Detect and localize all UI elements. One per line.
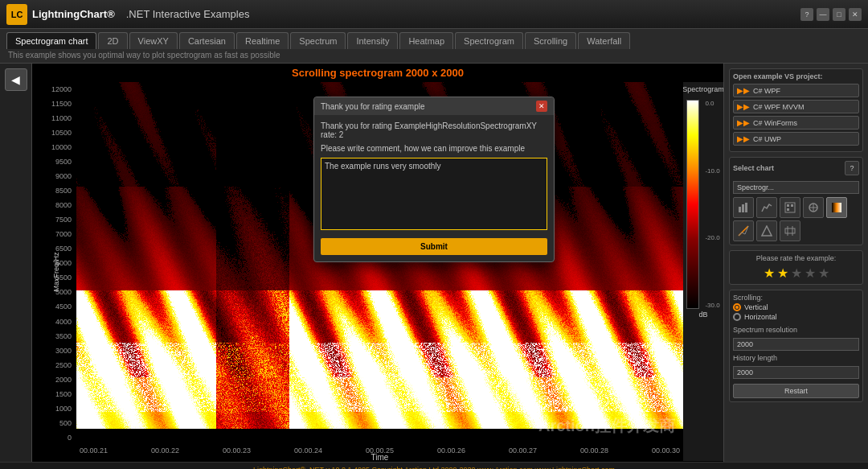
- svg-rect-1: [742, 204, 744, 212]
- y-tick: 10000: [51, 143, 75, 151]
- play-icon-mvvm: ▶▶: [737, 102, 750, 111]
- chart-icon-2[interactable]: [756, 197, 777, 218]
- btn-label-uwp: C# UWP: [753, 135, 781, 143]
- star-3[interactable]: ★: [791, 265, 802, 281]
- y-tick: 9000: [55, 172, 75, 180]
- back-button[interactable]: ◀: [5, 68, 27, 91]
- chart-icon-6[interactable]: [733, 220, 754, 241]
- play-icon-winforms: ▶▶: [737, 118, 750, 127]
- spectrum-res-input[interactable]: [733, 338, 859, 351]
- x-tick: 00.00.28: [580, 446, 608, 455]
- dialog-titlebar: Thank you for rating example ✕: [314, 97, 554, 115]
- panel-rating-label: Please rate the example:: [733, 254, 859, 262]
- open-example-title: Open example VS project:: [733, 72, 859, 80]
- tab-spectrogram[interactable]: Spectrogram: [455, 32, 523, 49]
- y-tick: 9500: [55, 158, 75, 166]
- help-button[interactable]: ?: [800, 8, 813, 21]
- radio-horizontal[interactable]: Horizontal: [733, 313, 859, 321]
- logo: LC LightningChart®: [6, 4, 115, 25]
- chart-help-button[interactable]: ?: [845, 161, 859, 175]
- tab-viewxy[interactable]: ViewXY: [129, 32, 178, 49]
- btn-csharp-winforms[interactable]: ▶▶ C# WinForms: [733, 116, 859, 130]
- minimize-button[interactable]: —: [817, 8, 829, 21]
- dialog-comment-textarea[interactable]: [321, 158, 547, 230]
- select-chart-title: Select chart: [733, 164, 774, 172]
- tab-scrolling[interactable]: Scrolling: [525, 32, 576, 49]
- scale-tick-bottom: -30.0: [705, 302, 719, 309]
- left-panel: ◀: [0, 64, 32, 462]
- btn-label-wpf: C# WPF: [753, 87, 780, 95]
- scale-unit: dB: [698, 311, 707, 319]
- close-button[interactable]: ✕: [849, 8, 862, 21]
- right-panel: Open example VS project: ▶▶ C# WPF ▶▶ C#…: [723, 64, 868, 462]
- dialog-close-button[interactable]: ✕: [536, 101, 547, 112]
- chart-icon-4[interactable]: [803, 197, 824, 218]
- star-4[interactable]: ★: [805, 265, 816, 281]
- y-tick: 8500: [55, 187, 75, 195]
- svg-rect-10: [832, 203, 841, 212]
- btn-csharp-wpf[interactable]: ▶▶ C# WPF: [733, 84, 859, 97]
- svg-marker-12: [762, 226, 772, 236]
- y-tick: 1500: [55, 390, 75, 398]
- tab-spectrum[interactable]: Spectrum: [290, 32, 346, 49]
- star-1[interactable]: ★: [764, 265, 775, 281]
- logo-text: LightningChart®: [32, 8, 115, 20]
- star-2[interactable]: ★: [777, 265, 788, 281]
- panel-rating-section: Please rate the example: ★ ★ ★ ★ ★: [729, 250, 863, 285]
- x-tick: 00.00.30: [652, 446, 680, 455]
- history-input[interactable]: [733, 366, 859, 379]
- scale-ticks: 0.0 -10.0 -20.0 -30.0: [701, 100, 719, 309]
- dialog-message-2: Please write comment, how we can improve…: [321, 144, 547, 153]
- radio-vertical[interactable]: Vertical: [733, 303, 859, 311]
- tab-cartesian[interactable]: Cartesian: [179, 32, 235, 49]
- tab-heatmap[interactable]: Heatmap: [399, 32, 453, 49]
- scale-tick-top: 0.0: [705, 100, 719, 107]
- y-tick: 11500: [51, 100, 75, 108]
- y-tick: 12000: [51, 85, 75, 93]
- tab-spectrogram-chart[interactable]: Spectrogram chart: [6, 32, 96, 49]
- maximize-button[interactable]: □: [833, 8, 845, 21]
- btn-csharp-uwp[interactable]: ▶▶ C# UWP: [733, 132, 859, 146]
- x-tick: 00.00.24: [294, 446, 322, 455]
- select-chart-input[interactable]: [733, 181, 859, 194]
- btn-csharp-wpf-mvvm[interactable]: ▶▶ C# WPF MVVM: [733, 100, 859, 113]
- x-label: Time: [371, 453, 389, 461]
- tab-2d[interactable]: 2D: [98, 32, 127, 49]
- scrolling-radio-group: Vertical Horizontal: [733, 303, 859, 321]
- y-tick: 3000: [55, 347, 75, 355]
- chart-icon-8[interactable]: [780, 220, 800, 241]
- y-tick: 0: [68, 434, 75, 442]
- chart-icon-7[interactable]: [756, 220, 777, 241]
- y-tick: 500: [59, 419, 75, 427]
- dialog-submit-button[interactable]: Submit: [321, 238, 547, 255]
- logo-icon: LC: [6, 4, 27, 25]
- color-scale: Spectrogram 0.0 -10.0 -20.0 -30.0 dB: [683, 82, 723, 461]
- tab-waterfall[interactable]: Waterfall: [578, 32, 630, 49]
- chart-icon-3[interactable]: [780, 197, 800, 218]
- scale-tick-mid2: -20.0: [705, 234, 719, 241]
- y-tick: 2000: [55, 376, 75, 384]
- y-tick: 4000: [55, 318, 75, 326]
- dialog-message-1: Thank you for rating ExampleHighResoluti…: [321, 121, 547, 139]
- history-label: History length: [733, 354, 859, 362]
- y-tick: 3500: [55, 332, 75, 340]
- y-tick: 7000: [55, 230, 75, 238]
- radio-vertical-dot: [733, 303, 741, 311]
- footer-text: LightningChart® .NET v 10.0.1.4005 Copyr…: [253, 466, 615, 470]
- tab-realtime[interactable]: Realtime: [236, 32, 289, 49]
- tab-intensity[interactable]: Intensity: [347, 32, 398, 49]
- chart-icons-row: [733, 197, 859, 241]
- radio-horizontal-dot: [733, 313, 741, 321]
- y-tick: 1000: [55, 405, 75, 413]
- chart-icon-5[interactable]: [826, 197, 847, 218]
- scale-tick-mid: -10.0: [705, 167, 719, 175]
- restart-button[interactable]: Restart: [733, 384, 859, 398]
- chart-icon-1[interactable]: [733, 197, 754, 218]
- tab-bar: Spectrogram chart2DViewXYCartesianRealti…: [0, 29, 868, 64]
- dialog-title-text: Thank you for rating example: [321, 102, 425, 111]
- svg-rect-3: [785, 203, 795, 212]
- select-chart-section: Select chart ?: [729, 157, 863, 245]
- star-5[interactable]: ★: [818, 265, 829, 281]
- scale-label: Spectrogram: [682, 85, 723, 93]
- scrolling-label: Scrolling:: [733, 294, 859, 302]
